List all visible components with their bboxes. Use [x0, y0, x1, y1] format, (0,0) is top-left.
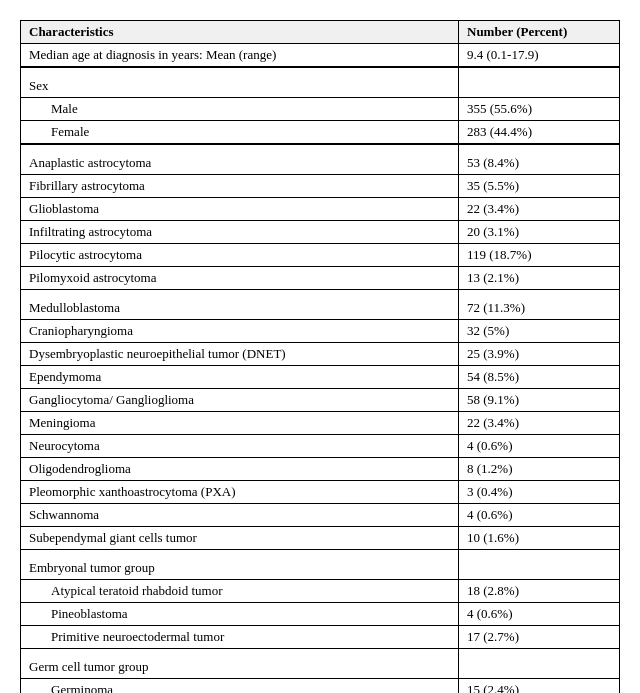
char-cell: Oligodendroglioma	[21, 458, 459, 480]
char-cell: Pilomyxoid astrocytoma	[21, 267, 459, 289]
char-cell: Sex	[21, 68, 459, 97]
char-cell: Subependymal giant cells tumor	[21, 527, 459, 549]
table-row: Fibrillary astrocytoma35 (5.5%)	[21, 175, 619, 198]
num-cell	[459, 649, 619, 678]
char-cell: Neurocytoma	[21, 435, 459, 457]
num-cell: 355 (55.6%)	[459, 98, 619, 120]
char-cell: Infiltrating astrocytoma	[21, 221, 459, 243]
num-cell: 13 (2.1%)	[459, 267, 619, 289]
num-cell: 9.4 (0.1-17.9)	[459, 44, 619, 66]
char-cell: Ependymoma	[21, 366, 459, 388]
char-cell: Anaplastic astrocytoma	[21, 145, 459, 174]
char-cell: Female	[21, 121, 459, 143]
num-cell: 4 (0.6%)	[459, 603, 619, 625]
table-row: Germ cell tumor group	[21, 649, 619, 679]
num-cell: 20 (3.1%)	[459, 221, 619, 243]
num-cell: 22 (3.4%)	[459, 412, 619, 434]
num-cell: 4 (0.6%)	[459, 504, 619, 526]
num-cell: 53 (8.4%)	[459, 145, 619, 174]
num-cell: 17 (2.7%)	[459, 626, 619, 648]
table-row: Primitive neuroectodermal tumor17 (2.7%)	[21, 626, 619, 649]
char-cell: Medulloblastoma	[21, 290, 459, 319]
char-cell: Embryonal tumor group	[21, 550, 459, 579]
table-row: Atypical teratoid rhabdoid tumor18 (2.8%…	[21, 580, 619, 603]
char-cell: Pineoblastoma	[21, 603, 459, 625]
num-cell: 72 (11.3%)	[459, 290, 619, 319]
table-row: Ependymoma54 (8.5%)	[21, 366, 619, 389]
num-cell: 22 (3.4%)	[459, 198, 619, 220]
char-cell: Glioblastoma	[21, 198, 459, 220]
header-num: Number (Percent)	[459, 21, 619, 43]
table-row: Glioblastoma22 (3.4%)	[21, 198, 619, 221]
table-row: Female283 (44.4%)	[21, 121, 619, 144]
table-row: Anaplastic astrocytoma53 (8.4%)	[21, 144, 619, 175]
table-body: Median age at diagnosis in years: Mean (…	[21, 44, 619, 693]
table-header: Characteristics Number (Percent)	[21, 21, 619, 44]
char-cell: Fibrillary astrocytoma	[21, 175, 459, 197]
num-cell: 58 (9.1%)	[459, 389, 619, 411]
char-cell: Craniopharyngioma	[21, 320, 459, 342]
table-row: Sex	[21, 67, 619, 98]
char-cell: Dysembryoplastic neuroepithelial tumor (…	[21, 343, 459, 365]
table-row: Meningioma22 (3.4%)	[21, 412, 619, 435]
table-row: Neurocytoma4 (0.6%)	[21, 435, 619, 458]
table-row: Pleomorphic xanthoastrocytoma (PXA)3 (0.…	[21, 481, 619, 504]
char-cell: Median age at diagnosis in years: Mean (…	[21, 44, 459, 66]
char-cell: Male	[21, 98, 459, 120]
char-cell: Gangliocytoma/ Ganglioglioma	[21, 389, 459, 411]
num-cell: 10 (1.6%)	[459, 527, 619, 549]
num-cell	[459, 550, 619, 579]
num-cell: 18 (2.8%)	[459, 580, 619, 602]
char-cell: Primitive neuroectodermal tumor	[21, 626, 459, 648]
table-row: Embryonal tumor group	[21, 550, 619, 580]
table-row: Gangliocytoma/ Ganglioglioma58 (9.1%)	[21, 389, 619, 412]
num-cell: 8 (1.2%)	[459, 458, 619, 480]
num-cell: 32 (5%)	[459, 320, 619, 342]
table-row: Pilocytic astrocytoma119 (18.7%)	[21, 244, 619, 267]
table-row: Infiltrating astrocytoma20 (3.1%)	[21, 221, 619, 244]
table-row: Pilomyxoid astrocytoma13 (2.1%)	[21, 267, 619, 290]
table-row: Subependymal giant cells tumor10 (1.6%)	[21, 527, 619, 550]
table-row: Schwannoma4 (0.6%)	[21, 504, 619, 527]
num-cell: 283 (44.4%)	[459, 121, 619, 143]
num-cell: 3 (0.4%)	[459, 481, 619, 503]
table-row: Germinoma15 (2.4%)	[21, 679, 619, 693]
num-cell: 54 (8.5%)	[459, 366, 619, 388]
table-row: Craniopharyngioma32 (5%)	[21, 320, 619, 343]
table-row: Dysembryoplastic neuroepithelial tumor (…	[21, 343, 619, 366]
table-row: Medulloblastoma72 (11.3%)	[21, 290, 619, 320]
num-cell: 119 (18.7%)	[459, 244, 619, 266]
char-cell: Pilocytic astrocytoma	[21, 244, 459, 266]
header-char: Characteristics	[21, 21, 459, 43]
char-cell: Schwannoma	[21, 504, 459, 526]
char-cell: Pleomorphic xanthoastrocytoma (PXA)	[21, 481, 459, 503]
characteristics-table: Characteristics Number (Percent) Median …	[20, 20, 620, 693]
num-cell: 4 (0.6%)	[459, 435, 619, 457]
char-cell: Atypical teratoid rhabdoid tumor	[21, 580, 459, 602]
table-row: Pineoblastoma4 (0.6%)	[21, 603, 619, 626]
table-row: Oligodendroglioma8 (1.2%)	[21, 458, 619, 481]
num-cell: 25 (3.9%)	[459, 343, 619, 365]
char-cell: Germ cell tumor group	[21, 649, 459, 678]
table-row: Median age at diagnosis in years: Mean (…	[21, 44, 619, 67]
table-row: Male355 (55.6%)	[21, 98, 619, 121]
char-cell: Meningioma	[21, 412, 459, 434]
char-cell: Germinoma	[21, 679, 459, 693]
num-cell: 35 (5.5%)	[459, 175, 619, 197]
num-cell	[459, 68, 619, 97]
num-cell: 15 (2.4%)	[459, 679, 619, 693]
